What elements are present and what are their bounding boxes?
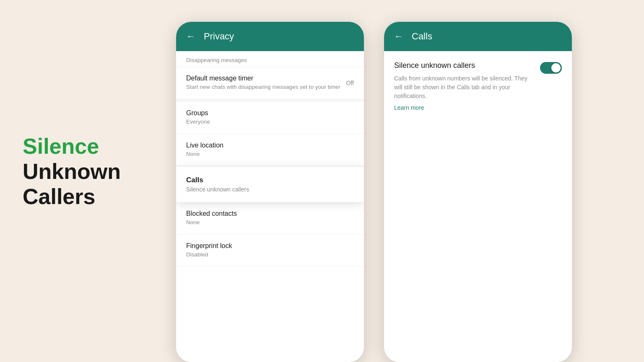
calls-section-subtitle: Silence unknown callers — [186, 186, 354, 193]
fingerprint-lock-title: Fingerprint lock — [186, 242, 354, 250]
blocked-contacts-subtitle: None — [186, 219, 354, 227]
default-message-timer-title: Default message timer — [186, 75, 340, 82]
calls-section-title: Calls — [186, 176, 354, 184]
silence-unknown-callers-section: Silence unknown callers Calls from unkno… — [384, 51, 572, 122]
groups-subtitle: Everyone — [186, 118, 354, 126]
privacy-phone: ← Privacy Disappearing messages Default … — [176, 22, 364, 362]
live-location-item[interactable]: Live location None — [176, 134, 364, 166]
default-message-timer-item[interactable]: Default message timer Start new chats wi… — [176, 67, 364, 99]
blocked-contacts-item[interactable]: Blocked contacts None — [176, 202, 364, 235]
toggle-knob — [551, 63, 561, 72]
groups-title: Groups — [186, 109, 354, 117]
silence-description: Calls from unknown numbers will be silen… — [394, 74, 533, 101]
groups-item[interactable]: Groups Everyone — [176, 102, 364, 134]
privacy-content: Disappearing messages Default message ti… — [176, 51, 364, 362]
privacy-header: ← Privacy — [176, 22, 364, 51]
live-location-title: Live location — [186, 142, 354, 149]
calls-phone: ← Calls Silence unknown callers Calls fr… — [384, 22, 572, 362]
fingerprint-lock-item[interactable]: Fingerprint lock Disabled — [176, 235, 364, 267]
disappearing-messages-label: Disappearing messages — [176, 51, 364, 67]
privacy-title: Privacy — [204, 31, 234, 42]
calls-highlight-section[interactable]: Calls Silence unknown callers — [176, 166, 364, 202]
blocked-contacts-title: Blocked contacts — [186, 210, 354, 217]
calls-header: ← Calls — [384, 22, 572, 51]
default-message-timer-value: Off — [346, 80, 354, 86]
default-message-timer-subtitle: Start new chats with disappearing messag… — [186, 83, 340, 91]
calls-title: Calls — [412, 31, 432, 42]
hero-text-block: Silence Unknown Callers — [23, 134, 121, 209]
hero-line2: Unknown — [23, 159, 121, 184]
silence-title: Silence unknown callers — [394, 61, 533, 70]
silence-toggle[interactable] — [540, 62, 562, 74]
fingerprint-lock-subtitle: Disabled — [186, 251, 354, 259]
hero-line1: Silence — [23, 134, 121, 159]
calls-back-button[interactable]: ← — [394, 31, 403, 42]
learn-more-link[interactable]: Learn more — [394, 104, 424, 111]
privacy-back-button[interactable]: ← — [186, 31, 195, 42]
hero-line3: Callers — [23, 184, 121, 209]
live-location-subtitle: None — [186, 150, 354, 158]
silence-row: Silence unknown callers Calls from unkno… — [394, 61, 562, 111]
calls-content: Silence unknown callers Calls from unkno… — [384, 51, 572, 362]
silence-text-block: Silence unknown callers Calls from unkno… — [394, 61, 533, 111]
